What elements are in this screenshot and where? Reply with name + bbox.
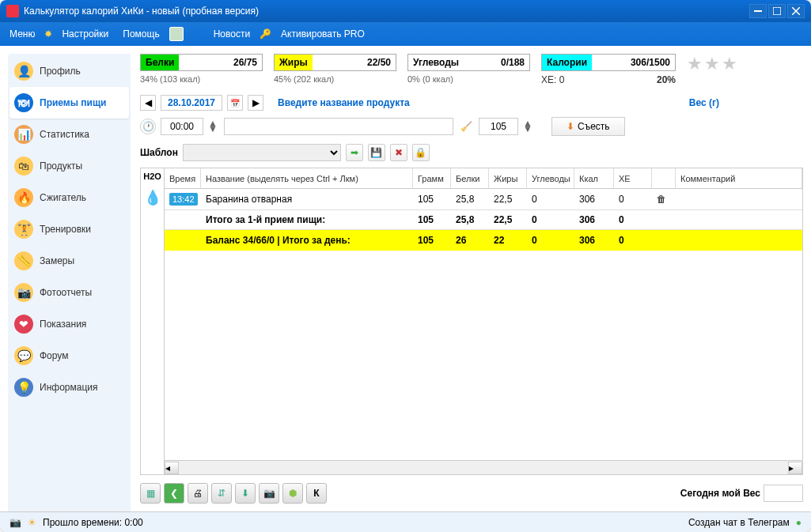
tool-download-button[interactable]: ⬇ (235, 483, 256, 504)
sidebar-item-measures[interactable]: 📏Замеры (9, 245, 129, 277)
stats-icon: 📊 (14, 125, 33, 144)
calculator-icon[interactable] (169, 27, 184, 41)
th-name[interactable]: Название (выделять через Ctrl + Лкм) (201, 168, 413, 188)
menu-news[interactable]: Новости (209, 25, 255, 43)
template-delete-button[interactable]: ✖ (390, 144, 407, 161)
th-gram[interactable]: Грамм (413, 168, 451, 188)
date-next-button[interactable]: ▶ (248, 95, 263, 111)
macro-summary: Белки26/75 34% (103 ккал) Жиры22/50 45% … (140, 54, 803, 85)
th-carb[interactable]: Углеводы (527, 168, 574, 188)
time-input[interactable] (161, 118, 203, 135)
cell-fat: 22,5 (489, 189, 527, 209)
sidebar-item-products[interactable]: 🛍Продукты (9, 150, 129, 182)
total-carb: 0 (527, 230, 574, 251)
tool-export-button[interactable]: ⇵ (211, 483, 232, 504)
th-time[interactable]: Время (165, 168, 201, 188)
close-button[interactable] (787, 4, 805, 18)
sidebar-item-indications[interactable]: ❤Показания (9, 308, 129, 340)
subtotal-prot: 25,8 (451, 210, 489, 229)
camera-icon[interactable]: 📷 (9, 517, 21, 528)
total-name: Баланс 34/66/0 | Итого за день: (201, 230, 413, 251)
time-badge: 13:42 (169, 193, 198, 206)
menu-help[interactable]: Помощь (118, 25, 164, 43)
tool-android-button[interactable]: ⬢ (282, 483, 303, 504)
statusbar: 📷 ☀ Прошло времени: 0:00 Создан чат в Те… (0, 511, 811, 532)
spinner-icon[interactable]: ▲▼ (523, 121, 534, 132)
weight-input[interactable] (479, 118, 518, 135)
product-input[interactable] (224, 118, 453, 135)
sidebar-item-burner[interactable]: 🔥Сжигатель (9, 182, 129, 213)
th-kcal[interactable]: Ккал (574, 168, 614, 188)
tool-grid-button[interactable]: ▦ (140, 483, 161, 504)
sidebar-item-photo[interactable]: 📷Фотоотчеты (9, 277, 129, 308)
eat-button[interactable]: ⬇Съесть (551, 117, 625, 136)
window-title: Калькулятор калорий ХиКи - новый (пробна… (24, 6, 748, 17)
broom-icon[interactable]: 🧹 (458, 119, 474, 134)
sidebar-item-stats[interactable]: 📊Статистика (9, 119, 129, 150)
th-delete (652, 168, 676, 188)
carb-value: 0/188 (464, 57, 529, 68)
template-select[interactable] (183, 144, 341, 161)
table-header: Время Название (выделять через Ctrl + Лк… (165, 168, 802, 189)
template-lock-button[interactable]: 🔒 (412, 144, 430, 161)
star-icon: ★ (687, 54, 703, 74)
scroll-right-button[interactable]: ▸ (788, 462, 802, 474)
menu-activate[interactable]: Активировать PRO (276, 25, 369, 43)
th-comment[interactable]: Комментарий (676, 168, 802, 188)
horizontal-scrollbar[interactable]: ◂ ▸ (165, 460, 802, 474)
table-row[interactable]: 13:42 Баранина отварная 105 25,8 22,5 0 … (165, 189, 802, 209)
th-fat[interactable]: Жиры (489, 168, 527, 188)
subtotal-row: Итого за 1-й прием пищи: 105 25,8 22,5 0… (165, 209, 802, 230)
main-panel: Белки26/75 34% (103 ккал) Жиры22/50 45% … (131, 54, 803, 511)
th-xe[interactable]: ХЕ (614, 168, 652, 188)
sidebar: 👤Профиль 🍽Приемы пищи 📊Статистика 🛍Проду… (8, 54, 131, 511)
sun-icon: ☀ (28, 517, 36, 528)
titlebar: Калькулятор калорий ХиКи - новый (пробна… (0, 0, 811, 22)
sidebar-item-meals[interactable]: 🍽Приемы пищи (9, 87, 129, 119)
template-apply-button[interactable]: ➡ (346, 144, 363, 161)
date-product-row: ◀ 📅 ▶ Введите название продукта Вес (г) (140, 95, 803, 111)
sidebar-item-info[interactable]: 💡Информация (9, 372, 129, 403)
sidebar-item-forum[interactable]: 💬Форум (9, 340, 129, 372)
rating-stars[interactable]: ★★★ (687, 54, 737, 74)
sidebar-item-profile[interactable]: 👤Профиль (9, 55, 129, 87)
h2o-header: H2O (143, 172, 161, 189)
tool-print-button[interactable]: 🖨 (188, 483, 208, 504)
sidebar-item-trainings[interactable]: 🏋Тренировки (9, 213, 129, 245)
star-icon: ★ (722, 54, 737, 74)
tool-k-button[interactable]: К (306, 483, 327, 504)
k-label: К (313, 488, 319, 499)
fat-value: 22/50 (313, 57, 396, 68)
menu-settings[interactable]: Настройки (57, 25, 113, 43)
tool-share-button[interactable]: ❮ (164, 483, 184, 504)
template-save-button[interactable]: 💾 (368, 144, 385, 161)
subtotal-name: Итого за 1-й прием пищи: (201, 210, 413, 229)
protein-value: 26/75 (179, 57, 262, 68)
water-drop-icon[interactable]: 💧 (144, 189, 161, 206)
sidebar-label: Сжигатель (40, 192, 86, 203)
menu-menu[interactable]: Меню (5, 25, 40, 43)
menubar: Меню ✸ Настройки Помощь Новости 🔑 Активи… (0, 22, 811, 46)
calendar-button[interactable]: 📅 (227, 95, 243, 111)
th-prot[interactable]: Белки (451, 168, 489, 188)
footer-toolbar: ▦ ❮ 🖨 ⇵ ⬇ 📷 ⬢ К Сегодня мой Вес (140, 475, 803, 511)
fat-box: Жиры22/50 (274, 54, 396, 71)
telegram-label: Создан чат в Телеграм (688, 517, 790, 528)
sidebar-label: Продукты (40, 160, 82, 172)
eat-label: Съесть (578, 121, 610, 132)
sidebar-label: Форум (40, 350, 68, 361)
cell-gram: 105 (413, 189, 451, 209)
trash-icon[interactable]: 🗑 (657, 194, 666, 205)
spinner-icon[interactable]: ▲▼ (208, 121, 219, 132)
date-input[interactable] (161, 95, 222, 111)
scroll-left-button[interactable]: ◂ (165, 462, 179, 474)
weight-today-input[interactable] (764, 485, 803, 502)
tool-camera-button[interactable]: 📷 (259, 483, 279, 504)
minimize-button[interactable] (749, 4, 767, 18)
content: 👤Профиль 🍽Приемы пищи 📊Статистика 🛍Проду… (0, 46, 811, 511)
sidebar-label: Приемы пищи (40, 97, 106, 108)
maximize-button[interactable] (768, 4, 786, 18)
cell-xe: 0 (614, 189, 652, 209)
kcal-box: Калории306/1500 (541, 54, 676, 71)
date-prev-button[interactable]: ◀ (140, 95, 156, 111)
